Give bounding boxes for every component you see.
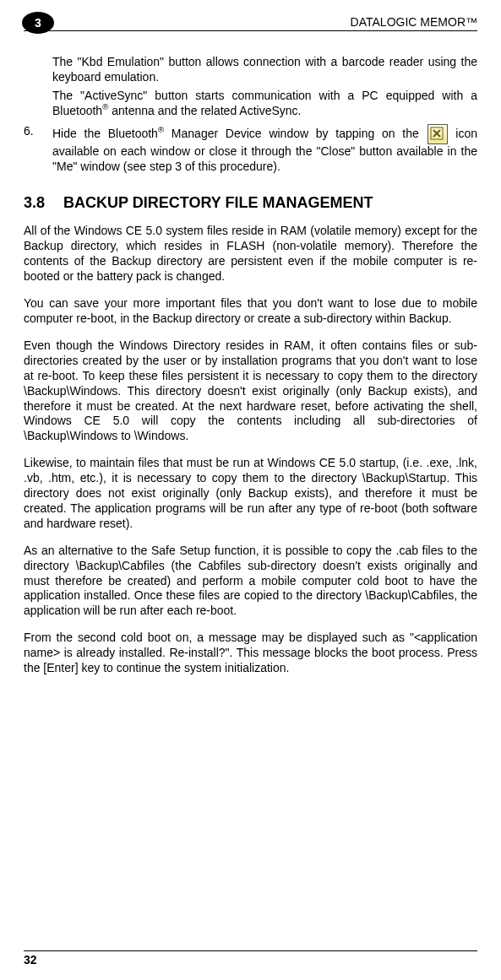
step6-a: Hide the Bluetooth — [52, 126, 158, 139]
section-title: BACKUP DIRECTORY FILE MANAGEMENT — [63, 194, 373, 212]
para-2: You can save your more important files t… — [24, 296, 477, 327]
section-heading: 3.8 BACKUP DIRECTORY FILE MANAGEMENT — [24, 194, 477, 212]
intro-para-1: The "Kbd Emulation" button allows connec… — [52, 55, 477, 85]
para-1: All of the Windows CE 5.0 system files r… — [24, 224, 477, 284]
intro-block: The "Kbd Emulation" button allows connec… — [24, 55, 477, 119]
para-4: Likewise, to maintain files that must be… — [24, 456, 477, 532]
close-window-icon — [427, 124, 448, 144]
step-number: 6. — [24, 124, 52, 175]
page-number: 32 — [24, 953, 37, 966]
para-3: Even though the Windows Directory reside… — [24, 338, 477, 444]
para-5: As an alternative to the Safe Setup func… — [24, 544, 477, 620]
section-number: 3.8 — [24, 194, 45, 212]
step-content: Hide the Bluetooth® Manager Device windo… — [52, 124, 477, 175]
page-footer: 32 — [24, 950, 477, 966]
step6-b: Manager Device window by tapping on the — [164, 126, 426, 139]
chapter-badge: 3 — [22, 12, 54, 34]
intro-para-2: The "ActiveSync" button starts communica… — [52, 89, 477, 119]
page-header: 3 DATALOGIC MEMOR™ — [24, 15, 477, 31]
product-title: DATALOGIC MEMOR™ — [351, 15, 477, 29]
chapter-number: 3 — [35, 16, 41, 30]
intro-2b: antenna and the related ActiveSync. — [108, 104, 301, 117]
step-6: 6. Hide the Bluetooth® Manager Device wi… — [24, 124, 477, 175]
para-6: From the second cold boot on, a message … — [24, 631, 477, 676]
